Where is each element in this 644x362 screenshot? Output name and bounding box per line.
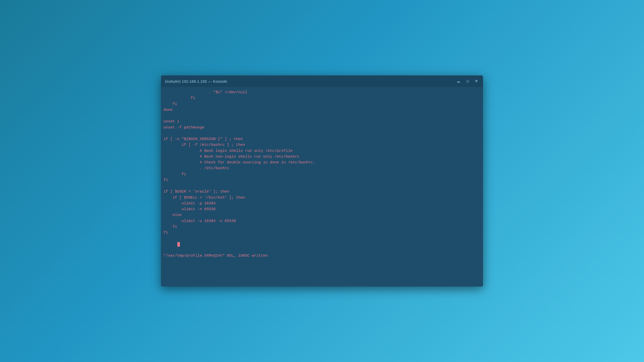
restore-button[interactable]: ◇: [465, 79, 470, 84]
terminal-window: (icekylin) 192.168.1.150 — Konsole 🗕 ◇ ✕…: [161, 75, 483, 287]
status-line: "/var/tmp/profile.XXMvQ1Vn" 85L, 1985C w…: [164, 254, 479, 258]
cursor-row: [164, 236, 479, 253]
close-button[interactable]: ✕: [474, 79, 479, 84]
terminal-body[interactable]: . "$i" >/dev/null fi fi done unset i uns…: [161, 87, 483, 287]
window-title: (icekylin) 192.168.1.150 — Konsole: [165, 79, 227, 83]
title-bar: (icekylin) 192.168.1.150 — Konsole 🗕 ◇ ✕: [161, 75, 483, 87]
cursor: [177, 242, 180, 247]
window-controls: 🗕 ◇ ✕: [456, 79, 479, 84]
terminal-output: . "$i" >/dev/null fi fi done unset i uns…: [164, 89, 479, 236]
minimize-button[interactable]: 🗕: [456, 79, 462, 84]
